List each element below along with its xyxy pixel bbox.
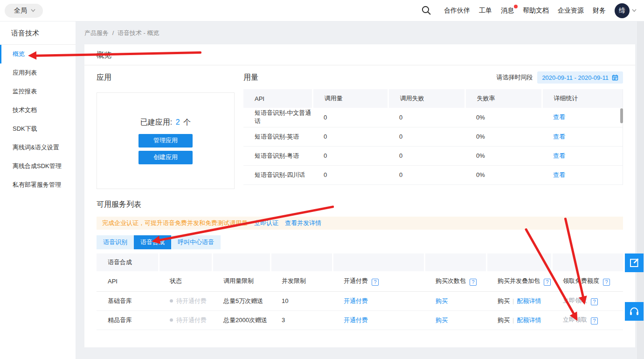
unread-badge [514, 5, 518, 8]
services-section-heading: 可用服务列表 [97, 200, 623, 209]
svc-api: 精品音库 [97, 310, 159, 330]
built-apps-label: 已建应用: [140, 118, 172, 126]
table-row: 短语音识别-英语 0 0 0% 查看 [243, 127, 623, 146]
usage-calls: 0 [312, 127, 388, 146]
help-icon[interactable]: ? [372, 279, 379, 286]
nav-enterprise-resources[interactable]: 企业资源 [558, 7, 584, 15]
sidebar-item-tech-docs[interactable]: 技术文档 [0, 101, 76, 120]
usage-rate: 0% [465, 127, 542, 146]
app-section-heading: 应用 [97, 73, 235, 82]
help-icon[interactable]: ? [470, 279, 477, 286]
usage-col-calls: 调用量 [312, 89, 388, 108]
svc-api: 基础音库 [97, 291, 159, 310]
feedback-button[interactable] [625, 253, 644, 272]
date-range-value: 2020-09-11 - 2020-09-11 [542, 74, 609, 81]
usage-col-failed: 调用失败 [388, 89, 465, 108]
service-group-title: 语音合成 [97, 253, 159, 271]
date-range-picker[interactable]: 2020-09-11 - 2020-09-11 [537, 71, 623, 84]
usage-section-heading: 用量 [243, 73, 258, 82]
support-button[interactable] [625, 302, 644, 321]
usage-col-detail: 详细统计 [542, 89, 623, 108]
breadcrumb-root[interactable]: 产品服务 [84, 29, 109, 36]
usage-failed: 0 [388, 165, 465, 184]
nav-help-docs[interactable]: 帮助文档 [523, 7, 549, 15]
chevron-down-icon [31, 9, 35, 12]
buy-pack-link[interactable]: 购买 [436, 297, 448, 304]
svc-quota: 总量2000次赠送 [212, 310, 270, 330]
nav-messages-label: 消息 [501, 7, 514, 14]
service-columns-row: API 状态 调用量限制 并发限制 开通付费? 购买次数包? 购买并发叠加包? … [97, 271, 623, 291]
nav-messages[interactable]: 消息 [501, 7, 514, 15]
breadcrumb: 产品服务 / 语音技术 - 概览 [84, 21, 635, 44]
table-row: 基础音库 待开通付费 总量5万次赠送 10 开通付费 购买 购买|配额详情 立即… [97, 291, 623, 310]
usage-table-scrollbar[interactable] [620, 108, 623, 123]
usage-failed: 0 [388, 108, 465, 127]
search-icon[interactable] [422, 6, 431, 15]
quota-detail-link[interactable]: 配额详情 [517, 317, 541, 324]
nav-tickets[interactable]: 工单 [479, 7, 492, 15]
nav-partners[interactable]: 合作伙伴 [444, 7, 470, 15]
concurrency-detail-link[interactable]: 查看并发详情 [285, 219, 321, 227]
manage-app-button[interactable]: 管理应用 [138, 134, 193, 148]
help-icon[interactable]: ? [591, 317, 598, 324]
region-label: 全局 [14, 7, 27, 15]
sidebar-item-private-deploy[interactable]: 私有部署服务管理 [0, 176, 76, 194]
sidebar-item-offline-semantics[interactable]: 离线词&语义设置 [0, 138, 76, 157]
usage-calls: 0 [312, 165, 388, 184]
avatar: 缔 [615, 3, 630, 18]
sidebar-item-sdk-download[interactable]: SDK下载 [0, 120, 76, 138]
status-badge: 待开通付费 [176, 297, 207, 304]
view-detail-link[interactable]: 查看 [553, 113, 565, 120]
table-row: 短语音识别-粤语 0 0 0% 查看 [243, 146, 623, 165]
built-apps-unit: 个 [183, 118, 191, 126]
buy-concurrent-text[interactable]: 购买 [498, 317, 510, 324]
svc-concurrency: 10 [270, 291, 332, 310]
quota-detail-link[interactable]: 配额详情 [517, 297, 541, 304]
account-menu[interactable]: 缔 [615, 3, 637, 18]
svc-col-activate: 开通付费 [344, 277, 368, 284]
topbar: 全局 合作伙伴 工单 消息 帮助文档 企业资源 财务 缔 [0, 0, 644, 21]
date-range-label: 请选择时间段 [496, 73, 533, 82]
region-selector[interactable]: 全局 [5, 4, 43, 18]
built-apps-count[interactable]: 2 [176, 118, 180, 126]
help-icon[interactable]: ? [591, 298, 598, 305]
usage-col-api: API [243, 89, 312, 108]
help-icon[interactable]: ? [603, 279, 610, 286]
service-table: 语音合成 API 状态 调用量限制 并发限制 开通付费? 购买次数包? 购买并发… [97, 253, 623, 330]
status-dot-icon [170, 299, 173, 303]
breadcrumb-separator: / [112, 29, 114, 36]
usage-api: 短语音识别-英语 [243, 127, 312, 146]
tab-speech-recognition[interactable]: 语音识别 [97, 235, 134, 249]
chevron-down-icon [632, 9, 637, 12]
calendar-icon [612, 74, 618, 81]
sidebar-item-monitor-report[interactable]: 监控报表 [0, 82, 76, 101]
page-title: 概览 [84, 44, 635, 65]
console-page: 全局 合作伙伴 工单 消息 帮助文档 企业资源 财务 缔 语音技术 概览 应用列… [0, 0, 644, 359]
svc-quota: 总量5万次赠送 [212, 291, 270, 310]
app-summary-box: 已建应用: 2 个 管理应用 创建应用 [97, 92, 235, 189]
view-detail-link[interactable]: 查看 [553, 152, 565, 159]
status-badge: 待开通付费 [176, 317, 207, 324]
svc-col-quota: 调用量限制 [212, 271, 270, 291]
sidebar-item-app-list[interactable]: 应用列表 [0, 63, 76, 82]
buy-pack-link[interactable]: 购买 [436, 317, 448, 324]
sidebar-item-offline-tts-sdk[interactable]: 离线合成SDK管理 [0, 157, 76, 176]
table-row: 短语音识别-中文普通话 0 0 0% 查看 [243, 108, 623, 127]
activate-billing-link[interactable]: 开通付费 [344, 317, 368, 324]
sidebar-title: 语音技术 [0, 21, 76, 45]
built-apps-line: 已建应用: 2 个 [140, 118, 191, 127]
view-detail-link[interactable]: 查看 [553, 133, 565, 140]
usage-api: 短语音识别-四川话 [243, 165, 312, 184]
sidebar: 语音技术 概览 应用列表 监控报表 技术文档 SDK下载 离线词&语义设置 离线… [0, 21, 76, 359]
buy-concurrent-text[interactable]: 购买 [498, 297, 510, 304]
activate-billing-link[interactable]: 开通付费 [344, 297, 368, 304]
view-detail-link[interactable]: 查看 [553, 171, 565, 178]
breadcrumb-current: 语音技术 - 概览 [118, 29, 159, 36]
nav-finance[interactable]: 财务 [593, 7, 606, 15]
usage-rate: 0% [465, 146, 542, 165]
help-icon[interactable]: ? [544, 279, 551, 286]
svc-concurrency: 3 [270, 310, 332, 330]
table-row: 短语音识别-四川话 0 0 0% 查看 [243, 165, 623, 184]
edit-icon [629, 258, 639, 268]
create-app-button[interactable]: 创建应用 [138, 151, 193, 164]
